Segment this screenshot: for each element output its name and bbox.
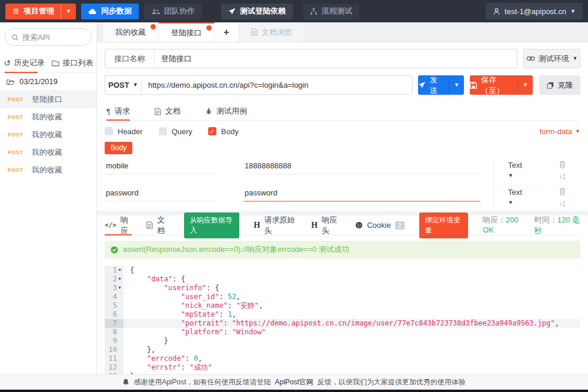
- line-number-gutter[interactable]: 1▼: [105, 266, 123, 275]
- api-name-input[interactable]: [155, 49, 517, 68]
- menu-icon: [12, 8, 19, 15]
- code-line[interactable]: 3▼ "userinfo": {: [105, 284, 580, 293]
- history-list: POST登陆接口POST我的收藏POST我的收藏POST我的收藏POST我的收藏: [0, 91, 96, 374]
- tab-api-list[interactable]: 接口列表: [48, 53, 96, 72]
- link-icon: [526, 56, 535, 61]
- body-format-label: form-data: [539, 127, 572, 136]
- test-login-dep-button[interactable]: 测试登陆依赖: [221, 4, 293, 19]
- tab-testcase[interactable]: 测试用例: [205, 102, 247, 120]
- save-caret[interactable]: ▼: [517, 75, 533, 95]
- delete-param-button[interactable]: [559, 161, 566, 168]
- user-icon: [493, 8, 500, 15]
- tab-history[interactable]: ↺ 历史记录: [0, 53, 48, 72]
- checkbox-query[interactable]: ✓Query: [159, 127, 192, 136]
- sync-data-button[interactable]: 同步数据: [81, 4, 139, 19]
- topbar: 项目管理 ▼ 同步数据 团队协作 测试登陆依赖 流程测试 test-1@apip…: [0, 0, 588, 22]
- line-number-gutter[interactable]: 6: [105, 310, 123, 319]
- team-collab-button[interactable]: 团队协作: [144, 4, 202, 19]
- official-site-link[interactable]: ApiPost官网: [275, 377, 313, 387]
- fold-caret-icon[interactable]: ▼: [117, 266, 122, 275]
- checkbox-header[interactable]: ✓Header: [105, 127, 143, 136]
- sidebar-tabs: ↺ 历史记录 接口列表: [0, 53, 96, 73]
- response-body-editor[interactable]: 1▼{2▼ "data": {3▼ "userinfo": {4 "user_i…: [105, 266, 580, 374]
- param-type-select[interactable]: Text▼: [493, 187, 544, 214]
- url-input[interactable]: [142, 76, 412, 94]
- search-input[interactable]: [22, 33, 85, 42]
- history-list-item[interactable]: POST我的收藏: [0, 108, 96, 126]
- param-key-input[interactable]: [105, 187, 216, 201]
- status-code: 响应：200 OK: [483, 215, 525, 236]
- chevron-down-icon: ▼: [133, 82, 138, 88]
- line-number-gutter[interactable]: 4: [105, 293, 123, 301]
- response-headers-button[interactable]: H 响应头: [311, 215, 340, 235]
- api-tab-doc-browse[interactable]: 文档浏览: [239, 22, 305, 42]
- tab-request[interactable]: ¶ 请求: [106, 102, 130, 120]
- project-manage-button[interactable]: 项目管理 ▼: [5, 4, 76, 19]
- clone-button[interactable]: 克隆: [539, 75, 580, 95]
- code-line[interactable]: 2▼ "data": {: [105, 275, 580, 284]
- code-line[interactable]: 4 "user_id": 52,: [105, 293, 580, 301]
- new-tab-button[interactable]: +: [215, 22, 239, 42]
- tab-response-doc[interactable]: 文档: [146, 215, 169, 235]
- history-list-item[interactable]: POST我的收藏: [0, 144, 96, 161]
- code-line[interactable]: 10 },: [105, 346, 580, 354]
- param-type-select[interactable]: Text▼: [493, 160, 544, 187]
- sort-param-button[interactable]: ↓19: [559, 172, 565, 180]
- api-tab-favorites[interactable]: 我的收藏: [103, 22, 159, 42]
- method-label: POST: [8, 150, 25, 155]
- sidebar: ↺ 历史记录 接口列表 03/21/2019 POST登陆接口POST我的收藏P…: [0, 22, 97, 374]
- send-caret[interactable]: ▼: [449, 75, 464, 95]
- send-label: 发送: [430, 75, 443, 96]
- code-line[interactable]: 7 "portrait": "https://demo.apipost.cn.c…: [105, 319, 580, 328]
- history-date-group[interactable]: 03/21/2019: [0, 73, 96, 91]
- body-format-select[interactable]: form-data ▼: [539, 127, 580, 136]
- sort-param-button[interactable]: ↓19: [559, 200, 565, 207]
- line-number-gutter[interactable]: 12: [105, 363, 123, 372]
- code-line[interactable]: 6 "mpState": 1,: [105, 310, 580, 319]
- cookie-button[interactable]: Cookie 2: [355, 215, 405, 235]
- raw-request-headers-button[interactable]: H 请求原始头: [254, 215, 297, 235]
- code-text: "user_id": 52,: [123, 293, 240, 301]
- line-number-gutter[interactable]: 9: [105, 337, 123, 346]
- project-caret[interactable]: ▼: [61, 4, 76, 19]
- line-number-gutter[interactable]: 7: [105, 319, 123, 328]
- checkbox-body[interactable]: ✓Body: [208, 127, 239, 136]
- param-value-input[interactable]: [243, 160, 480, 174]
- history-list-item[interactable]: POST登陆接口: [0, 91, 96, 108]
- code-line[interactable]: 8 "platform": "Window": [105, 328, 580, 337]
- code-line[interactable]: 9 }: [105, 337, 580, 346]
- line-number-gutter[interactable]: 10: [105, 346, 123, 354]
- unsaved-dot-icon: [151, 24, 156, 29]
- code-line[interactable]: 12 "errstr": "成功": [105, 363, 580, 372]
- history-list-item[interactable]: POST我的收藏: [0, 126, 96, 144]
- import-from-response-button[interactable]: 从响应数据导入: [184, 212, 239, 238]
- chevron-down-icon: ▼: [570, 9, 576, 14]
- fold-caret-icon[interactable]: ▼: [117, 275, 122, 284]
- history-list-item[interactable]: POST我的收藏: [0, 161, 96, 179]
- api-tab-login[interactable]: 登陆接口: [159, 22, 215, 42]
- delete-param-button[interactable]: [559, 188, 566, 195]
- chevron-down-icon: ▼: [508, 200, 544, 205]
- code-line[interactable]: 5 "nick_name": "安静",: [105, 301, 580, 310]
- tab-request-doc[interactable]: 文档: [155, 102, 181, 120]
- param-key-input[interactable]: [105, 160, 216, 174]
- env-select-button[interactable]: 测试环境 ▼: [523, 49, 580, 68]
- line-number: 9: [113, 337, 117, 346]
- send-button[interactable]: 发送 ▼: [418, 75, 464, 95]
- line-number-gutter[interactable]: 11: [105, 354, 123, 363]
- fold-caret-icon[interactable]: ▼: [117, 284, 122, 293]
- account-menu[interactable]: test-1@apipost.cn ▼: [486, 3, 583, 19]
- flow-test-button[interactable]: 流程测试: [303, 4, 359, 19]
- method-select[interactable]: POST ▼: [105, 76, 142, 94]
- bind-env-var-button[interactable]: 绑定环境变量: [419, 212, 468, 238]
- line-number-gutter[interactable]: 5: [105, 301, 123, 310]
- line-number-gutter[interactable]: 3▼: [105, 284, 123, 293]
- code-line[interactable]: 1▼{: [105, 266, 580, 275]
- tab-response[interactable]: </> 响应: [105, 215, 132, 235]
- save-button[interactable]: 保存（至） ▼: [470, 75, 533, 95]
- code-line[interactable]: 11 "errcode": 0,: [105, 354, 580, 363]
- line-number-gutter[interactable]: 2▼: [105, 275, 123, 284]
- line-number-gutter[interactable]: 8: [105, 328, 123, 337]
- param-value-input[interactable]: [243, 187, 480, 202]
- line-number: 5: [113, 301, 117, 310]
